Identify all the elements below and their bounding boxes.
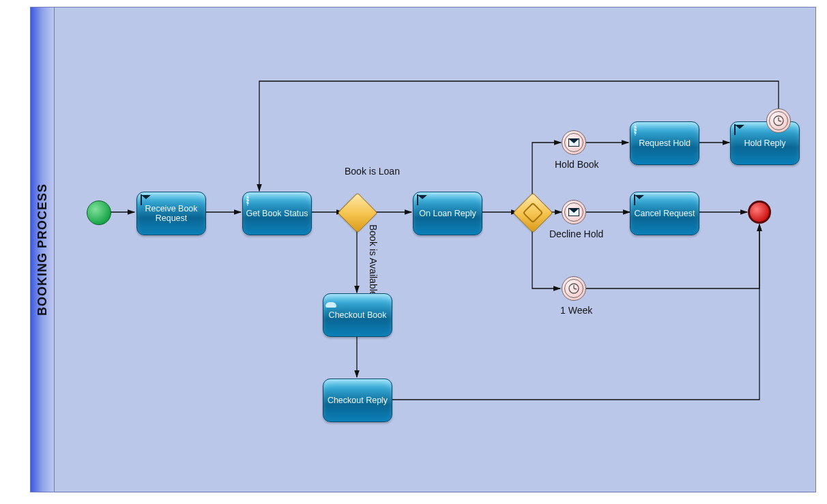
task-label: Hold Reply	[744, 138, 785, 148]
message-icon	[417, 195, 418, 205]
edge-label-book-is-loan: Book is Loan	[345, 166, 400, 177]
task-on-loan-reply[interactable]: On Loan Reply	[413, 192, 482, 235]
event-label-decline-hold: Decline Hold	[549, 228, 603, 239]
end-event[interactable]	[748, 201, 771, 224]
task-label: Cancel Request	[635, 209, 695, 218]
task-label: Get Book Status	[246, 209, 308, 218]
event-decline-hold[interactable]	[562, 200, 586, 224]
gear-icon	[634, 125, 637, 134]
task-label: Receive Book Request	[137, 204, 205, 223]
event-one-week-timer[interactable]	[562, 276, 586, 301]
message-icon	[562, 131, 585, 154]
flow-connectors	[31, 8, 815, 492]
task-checkout-reply[interactable]: Checkout Reply	[323, 379, 392, 422]
gateway-inner-icon	[519, 199, 547, 226]
boundary-timer-hold-reply[interactable]	[766, 108, 791, 133]
event-label-one-week: 1 Week	[560, 305, 592, 316]
edge-label-book-is-available: Book is Available	[368, 224, 379, 297]
task-get-book-status[interactable]: Get Book Status	[242, 192, 312, 235]
message-icon	[141, 195, 142, 205]
task-label: Checkout Reply	[328, 396, 388, 405]
task-request-hold[interactable]: Request Hold	[630, 121, 699, 165]
clock-icon	[562, 277, 585, 300]
task-label: On Loan Reply	[419, 209, 476, 218]
clock-icon	[767, 109, 790, 132]
task-label: Checkout Book	[329, 310, 387, 320]
pool-title: BOOKING PROCESS	[35, 183, 50, 316]
gateway-event-based[interactable]	[512, 192, 553, 233]
bpmn-canvas: BOOKING PROCESS	[0, 0, 827, 504]
start-event[interactable]	[87, 201, 111, 225]
task-cancel-request[interactable]: Cancel Request	[630, 192, 699, 235]
message-icon	[562, 201, 585, 224]
task-label: Request Hold	[639, 138, 691, 148]
pool-header: BOOKING PROCESS	[31, 8, 55, 492]
gear-icon	[246, 195, 249, 205]
message-icon	[734, 125, 736, 134]
event-hold-book[interactable]	[562, 130, 586, 155]
task-checkout-book[interactable]: Checkout Book	[323, 293, 392, 337]
pool-booking-process: BOOKING PROCESS	[30, 7, 816, 492]
event-label-hold-book: Hold Book	[555, 159, 599, 170]
message-icon	[634, 195, 635, 205]
task-receive-book-request[interactable]: Receive Book Request	[136, 192, 206, 235]
